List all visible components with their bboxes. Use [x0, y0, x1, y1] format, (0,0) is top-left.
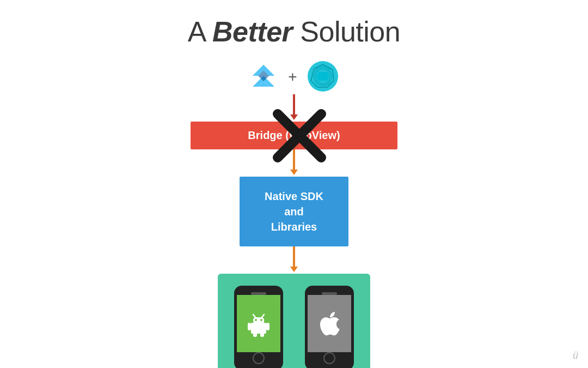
android-icon	[246, 311, 272, 337]
logos-row: +	[247, 59, 340, 94]
svg-line-13	[253, 315, 255, 317]
phones-container	[218, 274, 370, 368]
arrow-to-bridge	[293, 94, 295, 115]
title-suffix: Solution	[300, 16, 400, 47]
svg-rect-15	[248, 323, 251, 330]
slide-title: A Better Solution	[188, 15, 400, 48]
bridge-box: Bridge (WebView)	[191, 122, 397, 149]
arrow-to-native	[293, 149, 295, 170]
arrow-to-phones	[293, 246, 295, 267]
native-sdk-box: Native SDK andLibraries	[240, 177, 348, 246]
bridge-container: Bridge (WebView)	[191, 122, 397, 149]
slide: A Better Solution +	[0, 0, 588, 368]
svg-point-12	[260, 319, 262, 321]
native-sdk-label: Native SDK andLibraries	[265, 190, 323, 233]
flutter-logo	[247, 61, 280, 93]
svg-rect-10	[253, 317, 264, 324]
ios-phone	[305, 286, 354, 368]
android-phone-home	[253, 352, 265, 364]
svg-rect-17	[253, 333, 257, 337]
svg-rect-16	[266, 323, 270, 330]
svg-point-11	[255, 319, 257, 321]
android-phone-screen	[237, 295, 280, 352]
dart-logo	[305, 59, 341, 94]
svg-line-14	[262, 315, 264, 317]
apple-icon	[317, 311, 341, 337]
plus-sign: +	[288, 68, 297, 86]
diagram: + Bridge (WebView)	[191, 59, 397, 368]
svg-rect-18	[260, 333, 264, 337]
svg-rect-9	[251, 323, 266, 334]
title-italic: Better	[212, 16, 292, 47]
ios-phone-home	[323, 352, 335, 364]
watermark: ü	[573, 350, 578, 361]
android-phone	[234, 286, 283, 368]
ios-phone-screen	[308, 295, 351, 352]
